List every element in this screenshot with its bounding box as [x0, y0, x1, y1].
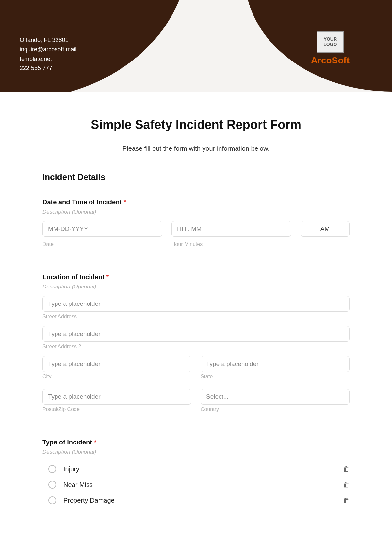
contact-website: template.net — [20, 54, 76, 64]
form-content: Simple Safety Incident Report Form Pleas… — [0, 92, 392, 541]
type-desc: Description (Optional) — [42, 449, 350, 455]
field-datetime: Date and Time of Incident * Description … — [42, 199, 350, 254]
street2-sublabel: Street Address 2 — [42, 344, 350, 350]
radio-icon — [48, 496, 56, 504]
street-input[interactable] — [42, 296, 350, 312]
trash-icon[interactable]: 🗑 — [343, 465, 350, 473]
contact-info: Orlando, FL 32801 inquire@arcosoft.mail … — [20, 35, 76, 73]
page-header: Orlando, FL 32801 inquire@arcosoft.mail … — [0, 0, 392, 92]
trash-icon[interactable]: 🗑 — [343, 497, 350, 504]
logo-area: YOUR LOGO ArcoSoft — [311, 31, 350, 66]
radio-option-nearmiss[interactable]: Near Miss 🗑 — [42, 477, 350, 493]
street2-input[interactable] — [42, 326, 350, 342]
location-label: Location of Incident * — [42, 273, 350, 281]
contact-address: Orlando, FL 32801 — [20, 35, 76, 45]
postal-input[interactable] — [42, 389, 191, 405]
field-type: Type of Incident * Description (Optional… — [42, 439, 350, 508]
brand-name: ArcoSoft — [311, 55, 350, 66]
trash-icon[interactable]: 🗑 — [343, 481, 350, 489]
radio-option-injury[interactable]: Injury 🗑 — [42, 461, 350, 477]
state-input[interactable] — [201, 356, 350, 372]
date-sublabel: Date — [42, 241, 162, 247]
location-desc: Description (Optional) — [42, 284, 350, 290]
datetime-label: Date and Time of Incident * — [42, 199, 350, 206]
postal-sublabel: Postal/Zip Code — [42, 407, 191, 412]
date-input[interactable] — [42, 221, 162, 237]
radio-icon — [48, 481, 56, 489]
city-sublabel: City — [42, 374, 191, 380]
country-select[interactable] — [201, 389, 350, 405]
time-input[interactable] — [172, 221, 291, 237]
contact-email: inquire@arcosoft.mail — [20, 45, 76, 54]
form-subtitle: Please fill out the form with your infor… — [42, 145, 350, 152]
contact-phone: 222 555 777 — [20, 63, 76, 73]
form-title: Simple Safety Incident Report Form — [42, 118, 350, 132]
radio-option-property[interactable]: Property Damage 🗑 — [42, 493, 350, 508]
radio-icon — [48, 465, 56, 473]
ampm-select[interactable]: AM — [301, 221, 350, 237]
section-incident-details: Incident Details — [42, 172, 350, 182]
time-sublabel: Hour Minutes — [172, 241, 291, 247]
type-label: Type of Incident * — [42, 439, 350, 446]
street-sublabel: Street Address — [42, 314, 350, 320]
city-input[interactable] — [42, 356, 191, 372]
logo-placeholder: YOUR LOGO — [317, 31, 344, 53]
field-location: Location of Incident * Description (Opti… — [42, 273, 350, 419]
country-sublabel: Country — [201, 407, 350, 412]
datetime-desc: Description (Optional) — [42, 209, 350, 215]
state-sublabel: State — [201, 374, 350, 380]
